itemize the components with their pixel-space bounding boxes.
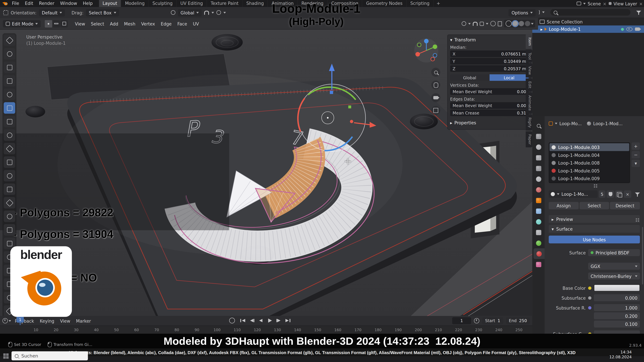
rigify-tab[interactable]: Rigify — [526, 114, 532, 130]
assign-button[interactable]: Assign — [549, 202, 578, 209]
auto-keying-icon[interactable] — [229, 318, 235, 324]
item-tab[interactable]: Item — [526, 34, 532, 49]
next-keyframe-button[interactable] — [275, 317, 282, 324]
taskbar-search-input[interactable]: Suchen — [12, 351, 88, 360]
triangle-right-icon[interactable]: ▸ — [540, 27, 543, 31]
measure-tool[interactable] — [4, 129, 15, 141]
unlink-material-button[interactable]: × — [624, 190, 631, 198]
current-frame-field[interactable]: 1 — [452, 317, 471, 324]
transform-tool[interactable] — [4, 102, 15, 114]
outliner-search-input[interactable] — [550, 9, 630, 15]
object-data-tab[interactable] — [532, 238, 544, 248]
list-resize-grip[interactable] — [549, 183, 640, 186]
scene-unlink-icon[interactable]: × — [603, 1, 606, 6]
keying-menu[interactable]: Keying — [37, 318, 57, 323]
slot-specials-button[interactable]: ▾ — [632, 160, 640, 167]
jump-to-end-button[interactable] — [284, 317, 292, 324]
taskbar-clock[interactable]: 14:34 12.08.2024 — [609, 350, 632, 360]
active-tool-icon[interactable] — [3, 10, 8, 15]
navigation-gizmo[interactable] — [413, 37, 440, 64]
gizmo-x-dot[interactable] — [416, 52, 420, 56]
subsurface-radius-field[interactable]: 0.200 — [594, 312, 640, 320]
previous-keyframe-button[interactable] — [248, 317, 256, 324]
surface-shader-dropdown[interactable]: Principled BSDF — [588, 249, 640, 256]
mesh-menu[interactable]: Mesh — [121, 21, 138, 26]
hide-viewport-icon[interactable] — [626, 27, 632, 31]
edge-select-button[interactable] — [53, 20, 60, 27]
poly-build-tool[interactable] — [4, 224, 15, 236]
add-slot-button[interactable]: + — [632, 142, 640, 150]
drag-dropdown[interactable]: Select Box — [86, 9, 119, 16]
remove-slot-button[interactable]: − — [632, 151, 640, 158]
material-slot[interactable]: Loop-1-Module.003 — [550, 143, 629, 151]
bevel-tool[interactable] — [4, 184, 15, 195]
select-box-tool[interactable] — [4, 34, 15, 46]
object-row[interactable]: ▸ Loop-Module-1 — [532, 25, 644, 33]
texture-tab[interactable] — [532, 259, 544, 270]
modifiers-tab[interactable] — [532, 206, 544, 216]
median-axis-field[interactable]: X0.076651 m — [450, 50, 528, 57]
camera-view-icon[interactable] — [431, 93, 440, 102]
scene-tab[interactable] — [532, 174, 544, 184]
add-menu[interactable]: Add — [107, 21, 121, 26]
annotate-tool[interactable] — [4, 116, 15, 127]
mean-crease-field[interactable]: Mean Crease0.31 — [450, 110, 528, 116]
breadcrumb-object[interactable]: Loop-Mo... — [560, 121, 582, 126]
jump-to-start-button[interactable] — [239, 317, 246, 324]
median-axis-field[interactable]: Y0.10449 m — [450, 58, 528, 64]
extrude-region-tool[interactable] — [4, 156, 15, 168]
subsurface-radius-field[interactable]: 0.100 — [594, 321, 640, 328]
zoom-icon[interactable] — [431, 68, 440, 77]
filter-icon[interactable] — [636, 10, 641, 14]
median-axis-field[interactable]: Z0.20537 m — [450, 65, 528, 72]
material-tab[interactable] — [534, 248, 544, 259]
start-frame-field[interactable]: Start1 — [482, 317, 503, 324]
shading-rendered-icon[interactable] — [525, 21, 530, 26]
new-material-icon[interactable] — [615, 190, 623, 198]
gizmo-handle-y[interactable] — [348, 105, 351, 108]
edge-bevel-weight-field[interactable]: Mean Bevel Weight0.00 — [450, 102, 528, 109]
modeling-workspace-tab[interactable]: Modeling — [121, 0, 149, 7]
animate-tab[interactable]: Animate — [526, 92, 532, 113]
play-reverse-button[interactable] — [257, 317, 265, 324]
search-tab[interactable] — [532, 120, 544, 131]
timeline-ruler[interactable]: 1020304050607080901001101201301401501601… — [0, 326, 532, 334]
material-slot[interactable]: Loop-1-Module.004 — [550, 151, 629, 159]
breadcrumb-material[interactable]: Loop-1-Mod... — [593, 121, 622, 126]
knife-tool[interactable] — [4, 211, 15, 222]
gizmo-chevron-icon[interactable] — [486, 23, 488, 24]
face-select-button[interactable] — [60, 20, 68, 27]
pan-hand-icon[interactable] — [431, 80, 440, 89]
use-nodes-button[interactable]: Use Nodes — [549, 236, 640, 244]
3d-viewport[interactable]: P 3 7 — [0, 29, 532, 316]
options-dropdown[interactable]: Options — [509, 9, 536, 16]
material-slot[interactable]: Loop-1-Module.008 — [550, 159, 629, 167]
timeline-editor-icon[interactable] — [2, 318, 8, 324]
show-gizmo-icon[interactable] — [480, 22, 484, 26]
user-count-button[interactable]: 5 — [599, 190, 606, 198]
editor-type-chevron-icon[interactable] — [542, 11, 545, 13]
gizmo-y-dot[interactable] — [433, 44, 437, 49]
fake-user-shield-icon[interactable] — [606, 190, 614, 198]
view-menu[interactable]: View — [57, 318, 73, 323]
rotate-tool[interactable] — [4, 75, 15, 87]
edit-menu[interactable]: Edit — [22, 0, 36, 7]
render-menu[interactable]: Render — [36, 0, 57, 7]
scene-browse-icon[interactable] — [576, 2, 581, 5]
scene-chevron-icon[interactable] — [583, 3, 586, 4]
pivot-chevron-icon[interactable] — [468, 23, 471, 24]
view-layer-remove-icon[interactable]: × — [639, 1, 643, 6]
orthographic-grid-icon[interactable] — [431, 106, 440, 115]
marker-menu[interactable]: Marker — [73, 318, 94, 323]
gizmo-handle-z[interactable] — [330, 91, 333, 94]
object-tab[interactable] — [532, 195, 544, 206]
playback-menu[interactable]: Playback — [12, 318, 37, 323]
local-button[interactable]: Local — [490, 74, 528, 81]
layout-workspace-tab[interactable]: Layout — [99, 0, 121, 7]
paper-tab[interactable]: Paper — [526, 131, 532, 147]
base-color-swatch[interactable] — [594, 284, 640, 292]
playhead[interactable]: 1 — [16, 317, 24, 323]
snap-magnet-icon[interactable] — [473, 22, 478, 26]
surface-panel-header[interactable]: ▾ Surface — [549, 225, 640, 233]
blender-app-icon[interactable] — [2, 1, 8, 6]
